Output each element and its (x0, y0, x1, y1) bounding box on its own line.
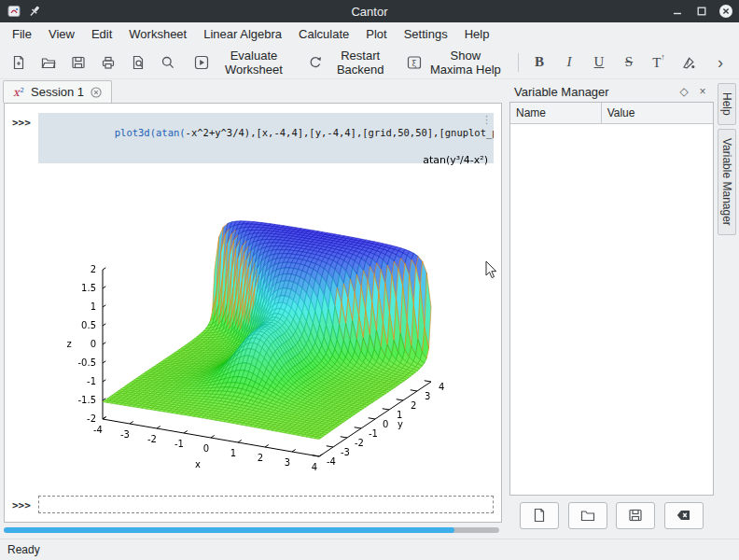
plot3d-surface (48, 139, 494, 481)
menu-file[interactable]: File (4, 24, 40, 44)
column-header-name[interactable]: Name (510, 103, 602, 123)
prompt-1: >>> (12, 113, 31, 129)
dock-tab-strip: Help Variable Manager (715, 79, 739, 539)
menu-linear-algebra[interactable]: Linear Algebra (195, 24, 290, 44)
tab-session-1[interactable]: x2 Session 1 (3, 80, 112, 103)
pin-icon[interactable] (26, 4, 43, 19)
entry-drag-handle[interactable]: ⋮ (481, 115, 492, 126)
variables-table: Name Value (509, 102, 714, 496)
chevron-right-icon: › (718, 54, 723, 71)
toolbar-overflow-button[interactable]: › (706, 49, 734, 77)
superscript-button[interactable]: T↑ (645, 49, 673, 77)
session-icon: x2 (11, 85, 26, 100)
show-maxima-help-button[interactable]: ξ Show Maxima Help (402, 49, 511, 77)
menu-view[interactable]: View (40, 24, 83, 44)
progress-bar (4, 527, 499, 533)
maximize-button[interactable] (694, 4, 709, 19)
underline-button[interactable]: U (585, 49, 613, 77)
underline-icon: U (594, 54, 605, 70)
progress-fill (4, 527, 454, 533)
tab-close-icon[interactable] (89, 85, 104, 100)
app-window: Cantor File View Edit Worksheet Linear A… (0, 0, 739, 560)
menu-settings[interactable]: Settings (396, 24, 456, 44)
main-toolbar: Evaluate Worksheet Restart Backend ξ Sho… (0, 46, 739, 79)
titlebar: Cantor (0, 0, 739, 22)
save-worksheet-button[interactable] (64, 49, 92, 77)
menu-worksheet[interactable]: Worksheet (120, 24, 195, 44)
mouse-cursor (485, 260, 498, 279)
open-worksheet-button[interactable] (35, 49, 63, 77)
menu-plot[interactable]: Plot (357, 24, 395, 44)
save-variables-button[interactable] (616, 502, 655, 529)
command-token-plot3d: plot3d( (115, 127, 156, 138)
restart-label: Restart Backend (328, 49, 393, 77)
new-entry-input[interactable] (38, 496, 494, 513)
panel-title: Variable Manager (514, 85, 672, 99)
restart-backend-button[interactable]: Restart Backend (303, 49, 401, 77)
command-token-atan: atan( (156, 127, 186, 138)
restart-icon (308, 55, 323, 70)
menu-help[interactable]: Help (456, 24, 498, 44)
variables-table-body[interactable] (510, 124, 713, 495)
statusbar: Ready (0, 539, 739, 560)
side-tab-variable-manager[interactable]: Variable Manager (718, 129, 736, 235)
backspace-icon (676, 508, 691, 523)
toolbar-separator (518, 53, 519, 72)
maxima-help-icon: ξ (407, 55, 422, 70)
column-header-value[interactable]: Value (602, 103, 713, 123)
strikethrough-icon: S (625, 54, 633, 70)
italic-icon: I (567, 54, 572, 70)
app-icon (6, 4, 22, 19)
evaluate-worksheet-button[interactable]: Evaluate Worksheet (189, 49, 301, 77)
variable-manager-buttons (509, 496, 714, 535)
strikethrough-button[interactable]: S (615, 49, 643, 77)
superscript-icon: T↑ (652, 54, 665, 71)
window-title: Cantor (0, 5, 739, 19)
worksheet-pane: x2 Session 1 >>> plot3d(atan(-x^2+y^3/4)… (0, 79, 505, 539)
bold-icon: B (535, 54, 544, 70)
close-button[interactable] (718, 4, 733, 19)
bold-button[interactable]: B (525, 49, 553, 77)
load-variables-button[interactable] (568, 502, 607, 529)
menubar: File View Edit Worksheet Linear Algebra … (0, 22, 739, 46)
evaluate-label: Evaluate Worksheet (215, 49, 293, 77)
status-text: Ready (7, 543, 40, 556)
worksheet-tabbar: x2 Session 1 (0, 79, 505, 103)
new-entry-row: >>> (12, 496, 494, 513)
menu-calculate[interactable]: Calculate (290, 24, 357, 44)
maxima-help-label: Show Maxima Help (427, 49, 503, 77)
worksheet[interactable]: >>> plot3d(atan(-x^2+y^3/4),[x,-4,4],[y,… (4, 103, 502, 523)
prompt-2: >>> (12, 496, 31, 511)
print-preview-button[interactable] (124, 49, 152, 77)
clear-variables-button[interactable] (664, 502, 704, 529)
pen-icon (681, 55, 696, 70)
tab-label: Session 1 (31, 85, 84, 99)
float-panel-icon[interactable]: ◇ (677, 85, 690, 98)
svg-text:ξ: ξ (412, 58, 417, 67)
main-area: x2 Session 1 >>> plot3d(atan(-x^2+y^3/4)… (0, 79, 739, 539)
text-color-button[interactable] (675, 49, 703, 77)
new-variable-button[interactable] (520, 502, 559, 529)
close-panel-icon[interactable]: × (696, 85, 709, 98)
command-token-args: -x^2+y^3/4),[x,-4,4],[y,-4,4],[grid,50,5… (186, 127, 494, 138)
side-tab-help[interactable]: Help (718, 83, 736, 125)
evaluate-icon (194, 55, 209, 70)
minimize-button[interactable] (670, 4, 685, 19)
variables-table-header: Name Value (510, 103, 713, 124)
variable-manager-panel: Variable Manager ◇ × Name Value (509, 81, 714, 535)
menu-edit[interactable]: Edit (83, 24, 120, 44)
svg-text:2: 2 (21, 86, 24, 93)
search-button[interactable] (154, 49, 182, 77)
new-worksheet-button[interactable] (5, 49, 33, 77)
italic-button[interactable]: I (555, 49, 583, 77)
print-button[interactable] (94, 49, 122, 77)
variable-manager-titlebar: Variable Manager ◇ × (509, 81, 714, 102)
